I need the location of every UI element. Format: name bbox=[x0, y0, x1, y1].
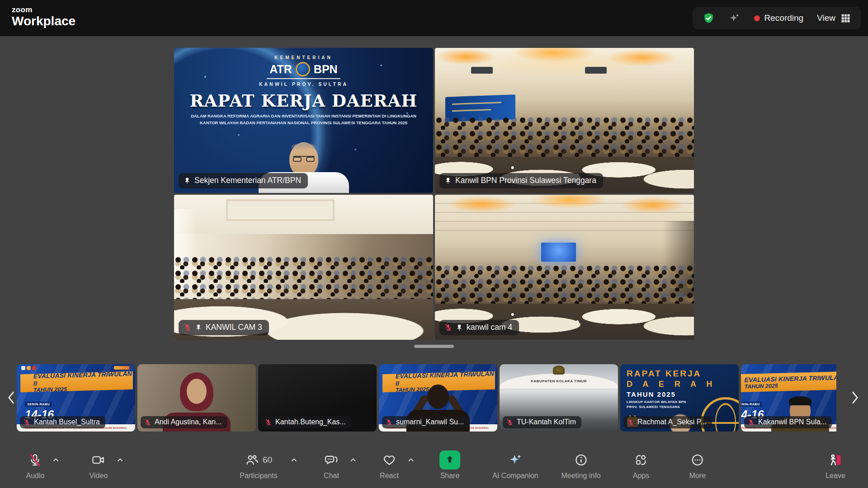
slide-org-text: KANWIL PROV. SULTRA bbox=[174, 81, 433, 87]
muted-mic-icon bbox=[24, 419, 30, 426]
video-tile-kanwil-bpn[interactable]: Kanwil BPN Provinsi Sulawesi Tenggara bbox=[435, 48, 694, 193]
filmstrip-tile[interactable]: Kantah.Buteng_Kas... bbox=[258, 364, 377, 432]
ai-companion-button[interactable]: AI Companion bbox=[492, 450, 538, 480]
participant-name: Kakanwil BPN Sula... bbox=[758, 418, 826, 426]
participant-name: Rachmat A_Seksi P... bbox=[637, 418, 707, 426]
filmstrip-tile[interactable]: RAPAT KERJA D A E R A H TAHUN 2025 LINGK… bbox=[620, 364, 739, 432]
atr-bpn-logo: ATR BPN bbox=[267, 62, 340, 79]
video-tile-kanwil-cam4[interactable]: kanwil cam 4 bbox=[435, 195, 694, 340]
react-button[interactable]: React bbox=[380, 450, 399, 480]
filmstrip-tile[interactable]: EVALUASI KINERJA TRIWULAN IITAHUN 2025 S… bbox=[741, 364, 836, 432]
participant-name: Kantah Busel_Sultra bbox=[34, 418, 100, 426]
share-button[interactable]: Share bbox=[439, 450, 460, 480]
rakerda-year: TAHUN 2025 bbox=[627, 390, 739, 398]
recording-label: Recording bbox=[764, 13, 804, 23]
heart-icon bbox=[382, 453, 396, 467]
share-label: Share bbox=[440, 472, 460, 480]
brand-workplace: Workplace bbox=[12, 15, 75, 28]
more-ellipsis-icon bbox=[691, 453, 704, 467]
audio-button[interactable]: Audio bbox=[26, 450, 45, 480]
kolaka-wall-text: KABUPATEN KOLAKA TIMUR bbox=[531, 379, 587, 383]
participant-name: Kantah.Buteng_Kas... bbox=[275, 418, 346, 426]
muted-mic-icon bbox=[28, 453, 42, 467]
filmstrip-tile[interactable]: Andi Agustina, Kan... bbox=[137, 364, 256, 432]
slide-title: RAPAT KERJA DAERAH bbox=[174, 91, 433, 111]
filmstrip-tile[interactable]: EVALUASI KINERJA TRIWULAN IITAHUN 2025 K… bbox=[379, 364, 497, 432]
muted-mic-icon bbox=[748, 419, 755, 426]
participant-name: kanwil cam 4 bbox=[467, 323, 512, 332]
filmstrip: EVALUASI KINERJA TRIWULAN IITAHUN 2025 S… bbox=[17, 364, 836, 432]
slide-subtitle: DALAM RANGKA REFORMA AGRARIA DAN INVENTA… bbox=[174, 113, 433, 126]
recording-indicator[interactable]: Recording bbox=[754, 13, 804, 23]
video-tile-sekjen[interactable]: KEMENTERIAN ATR BPN KANWIL PROV. SULTRA … bbox=[174, 48, 433, 193]
info-icon bbox=[574, 453, 588, 467]
leave-door-icon bbox=[828, 453, 843, 467]
muted-mic-icon bbox=[265, 419, 272, 426]
pin-icon bbox=[195, 324, 202, 331]
rakerda-title1: RAPAT KERJA bbox=[627, 369, 739, 379]
gallery-resize-handle[interactable] bbox=[414, 345, 454, 348]
chevron-left-icon bbox=[5, 390, 17, 405]
participant-name-tag: Kantah Busel_Sultra bbox=[20, 416, 105, 428]
top-bar: zoom Workplace Recording View bbox=[0, 0, 868, 36]
chat-options-chevron[interactable] bbox=[349, 456, 357, 464]
filmstrip-tile[interactable]: KABUPATEN KOLAKA TIMUR TU-Kantah KolTim bbox=[500, 364, 618, 432]
participants-count: 60 bbox=[263, 455, 272, 465]
participant-name-tag: Kantah.Buteng_Kas... bbox=[261, 416, 351, 428]
audio-options-chevron[interactable] bbox=[52, 456, 60, 464]
participants-options-chevron[interactable] bbox=[290, 456, 297, 464]
participant-name: TU-Kantah KolTim bbox=[517, 418, 576, 426]
evaluasi-day: SENIN-RABU bbox=[25, 402, 52, 407]
camera-icon bbox=[92, 453, 105, 467]
participant-name-tag: Kanwil BPN Provinsi Sulawesi Tenggara bbox=[439, 173, 603, 188]
slide-mini-logos bbox=[21, 366, 36, 370]
logo-atr-text: ATR bbox=[269, 63, 292, 76]
rakerda-title2: D A E R A H bbox=[627, 380, 739, 389]
react-options-chevron[interactable] bbox=[407, 456, 415, 464]
room-projection-screen bbox=[541, 243, 576, 262]
ai-companion-label: AI Companion bbox=[492, 472, 538, 480]
participant-name-tag: Rachmat A_Seksi P... bbox=[623, 416, 712, 428]
participant-name-tag: Andi Agustina, Kan... bbox=[141, 416, 227, 428]
participants-label: Participants bbox=[240, 472, 278, 480]
meeting-toolbar: Audio Video 60 Participants Chat React bbox=[0, 441, 868, 488]
participants-icon bbox=[245, 453, 259, 467]
filmstrip-tile[interactable]: EVALUASI KINERJA TRIWULAN IITAHUN 2025 S… bbox=[17, 364, 135, 432]
video-tile-kanwil-cam3[interactable]: KANWIL CAM 3 bbox=[174, 195, 433, 340]
chat-icon bbox=[325, 453, 338, 467]
muted-mic-icon bbox=[627, 419, 634, 426]
muted-mic-icon bbox=[444, 324, 452, 331]
filmstrip-next-button[interactable] bbox=[847, 388, 863, 408]
participant-name: KANWIL CAM 3 bbox=[206, 323, 262, 332]
more-label: More bbox=[689, 472, 706, 480]
video-gallery: KEMENTERIAN ATR BPN KANWIL PROV. SULTRA … bbox=[174, 48, 694, 340]
speaker-glasses bbox=[293, 156, 315, 161]
participant-name-tag: TU-Kantah KolTim bbox=[503, 416, 581, 428]
meeting-info-label: Meeting info bbox=[561, 472, 600, 480]
ai-companion-sparkle-icon[interactable] bbox=[728, 12, 741, 24]
presentation-slide: KEMENTERIAN ATR BPN KANWIL PROV. SULTRA … bbox=[174, 48, 433, 193]
share-screen-icon bbox=[439, 450, 460, 469]
logo-globe-icon bbox=[296, 62, 310, 76]
participants-button[interactable]: 60 Participants bbox=[240, 450, 278, 480]
leave-label: Leave bbox=[826, 472, 845, 480]
video-button[interactable]: Video bbox=[90, 450, 108, 480]
apps-label: Apps bbox=[633, 472, 649, 480]
meeting-info-button[interactable]: Meeting info bbox=[561, 450, 600, 480]
chat-button[interactable]: Chat bbox=[324, 450, 339, 480]
room-video bbox=[435, 48, 694, 193]
apps-icon bbox=[634, 453, 648, 467]
apps-button[interactable]: Apps bbox=[633, 450, 649, 480]
video-options-chevron[interactable] bbox=[117, 456, 124, 464]
ai-companion-icon bbox=[508, 453, 523, 467]
leave-button[interactable]: Leave bbox=[826, 450, 845, 480]
participant-name: Kanwil BPN Provinsi Sulawesi Tenggara bbox=[455, 176, 596, 185]
view-button[interactable]: View bbox=[817, 13, 851, 23]
muted-mic-icon bbox=[386, 419, 392, 426]
pin-icon bbox=[184, 177, 191, 184]
security-shield-icon[interactable] bbox=[703, 12, 715, 24]
garuda-emblem bbox=[553, 366, 565, 375]
muted-mic-icon bbox=[184, 324, 191, 331]
more-button[interactable]: More bbox=[689, 450, 706, 480]
pin-icon bbox=[444, 177, 452, 184]
